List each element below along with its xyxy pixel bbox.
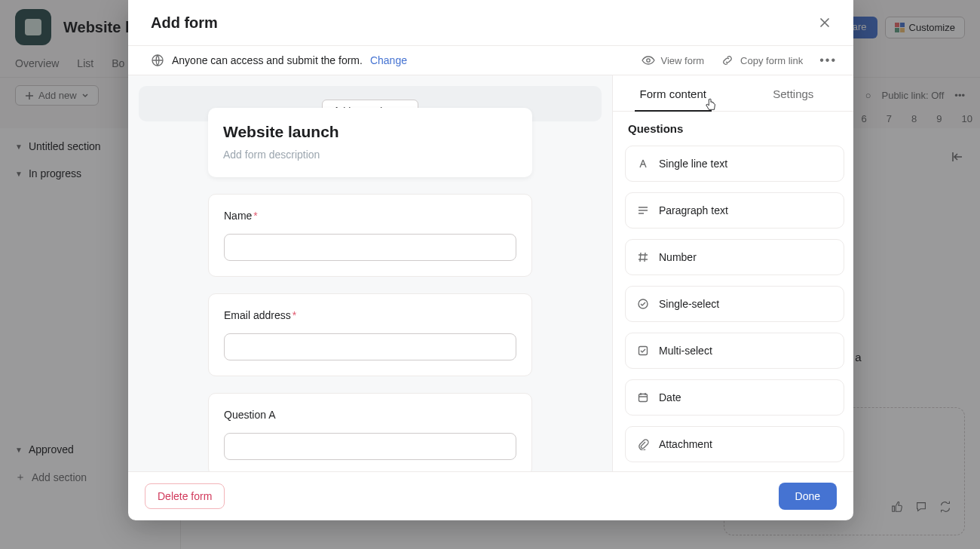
hash-icon (636, 250, 650, 264)
required-indicator: * (292, 309, 296, 321)
question-input-name[interactable] (224, 234, 516, 261)
change-access-link[interactable]: Change (370, 54, 407, 66)
form-header-card[interactable]: Website launch Add form description (208, 108, 532, 177)
text-icon (636, 157, 650, 170)
radio-icon (636, 297, 650, 311)
copy-form-link-button[interactable]: Copy form link (721, 54, 803, 67)
question-card-name[interactable]: Name* (208, 194, 532, 277)
questions-heading: Questions (625, 122, 844, 135)
question-input-a[interactable] (224, 433, 516, 460)
form-builder-side-panel: Form content Settings Questions Single l… (612, 75, 853, 471)
question-card-email[interactable]: Email address* (208, 293, 532, 376)
question-label: Name (224, 210, 252, 222)
question-type-single-select[interactable]: Single-select (625, 286, 844, 322)
question-type-date[interactable]: Date (625, 379, 844, 416)
modal-title: Add form (151, 14, 218, 32)
svg-point-2 (639, 299, 648, 308)
tab-form-content[interactable]: Form content (613, 75, 733, 112)
question-label: Question A (224, 409, 276, 421)
done-button[interactable]: Done (779, 483, 837, 510)
link-icon (721, 54, 734, 67)
svg-rect-4 (639, 394, 648, 402)
form-title[interactable]: Website launch (223, 123, 517, 141)
add-form-modal: Add form Anyone can access and submit th… (128, 0, 853, 520)
question-input-email[interactable] (224, 333, 516, 360)
question-type-multi-select[interactable]: Multi-select (625, 333, 844, 369)
tab-settings[interactable]: Settings (733, 75, 854, 112)
question-type-single-line[interactable]: Single line text (625, 146, 844, 182)
paperclip-icon (636, 437, 650, 451)
form-preview-panel: Add cover image Website launch Add form … (128, 75, 612, 471)
view-form-button[interactable]: View form (642, 54, 705, 67)
svg-rect-3 (639, 347, 648, 355)
paragraph-icon (636, 204, 650, 217)
checkbox-icon (636, 344, 650, 357)
required-indicator: * (253, 210, 257, 222)
calendar-icon (636, 391, 650, 404)
question-type-attachment[interactable]: Attachment (625, 426, 844, 462)
delete-form-button[interactable]: Delete form (145, 483, 225, 509)
question-label: Email address (224, 309, 291, 321)
svg-point-1 (646, 59, 649, 62)
access-text: Anyone can access and submit the form. (172, 54, 363, 66)
question-card-a[interactable]: Question A (208, 393, 532, 471)
form-description-placeholder[interactable]: Add form description (223, 149, 517, 161)
question-type-number[interactable]: Number (625, 239, 844, 275)
close-icon (818, 16, 831, 29)
globe-icon (151, 54, 164, 67)
question-type-paragraph[interactable]: Paragraph text (625, 192, 844, 228)
more-actions-button[interactable]: ••• (819, 54, 837, 67)
eye-icon (642, 54, 655, 67)
close-button[interactable] (813, 11, 837, 35)
